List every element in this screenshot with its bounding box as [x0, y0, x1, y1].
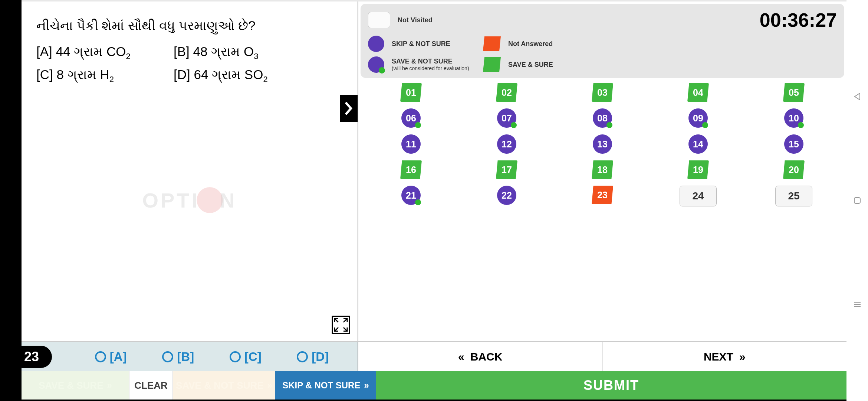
question-nav-01[interactable]: 01: [400, 83, 422, 102]
current-question-pill: 23: [22, 342, 66, 371]
next-label: NEXT: [704, 351, 733, 363]
question-grid: 0102030405060708091011121314151617181920…: [358, 78, 846, 212]
save-sure-button[interactable]: SAVE & SURE »: [22, 371, 129, 400]
answer-bar: 23 [A] [B] [C] [D] « BACK: [22, 342, 846, 371]
question-text: નીચેના પૈકી શેમાં સૌથી વધુ પરમાણુઓ છે?: [36, 13, 343, 38]
question-nav-12[interactable]: 12: [497, 134, 516, 154]
back-button[interactable]: « BACK: [358, 342, 602, 371]
status-dot-icon: [511, 122, 517, 128]
question-nav-16[interactable]: 16: [400, 160, 422, 179]
question-nav-13[interactable]: 13: [593, 134, 612, 154]
next-button[interactable]: NEXT »: [602, 342, 847, 371]
question-nav-20[interactable]: 20: [783, 160, 805, 179]
question-nav-07[interactable]: 07: [497, 108, 516, 128]
question-nav-04[interactable]: 04: [687, 83, 709, 102]
option-b-text: 48 ગ્રામ O: [193, 44, 254, 59]
question-nav-06[interactable]: 06: [401, 108, 421, 128]
not-answered-icon: [483, 36, 501, 51]
status-dot-icon: [606, 122, 612, 128]
system-home-icon[interactable]: [853, 196, 861, 205]
question-nav-24[interactable]: 24: [680, 186, 717, 206]
question-nav-15[interactable]: 15: [784, 134, 803, 154]
question-nav-18[interactable]: 18: [592, 160, 613, 179]
question-nav-03[interactable]: 03: [592, 83, 613, 102]
question-panel: નીચેના પૈકી શેમાં સૌથી વધુ પરમાણુઓ છે? […: [22, 1, 358, 341]
option-d-text: 64 ગ્રામ SO: [194, 67, 263, 82]
question-nav-02[interactable]: 02: [496, 83, 517, 102]
status-dot-icon: [798, 122, 804, 128]
chevron-double-left-icon: «: [458, 351, 464, 363]
option-c-label: [C]: [36, 67, 53, 82]
option-a-label: [A]: [36, 44, 52, 59]
answer-option-c[interactable]: [C]: [230, 350, 262, 364]
question-nav-10[interactable]: 10: [784, 108, 803, 128]
question-nav-21[interactable]: 21: [401, 186, 421, 205]
radio-icon: [162, 351, 173, 362]
watermark-left: OPTI: [142, 188, 200, 212]
option-c: [C] 8 ગ્રામ H2: [36, 67, 174, 84]
question-nav-23[interactable]: 23: [592, 186, 613, 204]
watermark-right: N: [220, 188, 237, 212]
fullscreen-button[interactable]: [332, 316, 350, 334]
fullscreen-icon: [332, 316, 350, 334]
answer-options: [A] [B] [C] [D]: [66, 342, 358, 371]
next-question-arrow[interactable]: [340, 95, 358, 122]
left-black-bar: [0, 0, 22, 401]
clear-btn-label: CLEAR: [134, 380, 168, 391]
save-not-sure-icon: [368, 56, 384, 73]
option-a-sub: 2: [126, 52, 130, 61]
chevron-double-right-icon: »: [267, 380, 272, 391]
answer-b-label: [B]: [177, 350, 194, 364]
save-sure-icon: [483, 57, 501, 72]
not-visited-icon: [368, 12, 390, 28]
answer-c-label: [C]: [244, 350, 262, 364]
question-nav-17[interactable]: 17: [496, 160, 517, 179]
option-b-label: [B]: [174, 44, 190, 59]
save-sure-label: SAVE & SURE: [508, 61, 553, 69]
chevron-double-right-icon: »: [107, 380, 112, 391]
skip-not-sure-icon: [368, 36, 384, 52]
question-nav-11[interactable]: 11: [401, 134, 421, 154]
question-nav-09[interactable]: 09: [688, 108, 708, 128]
answer-option-b[interactable]: [B]: [162, 350, 194, 364]
radio-icon: [230, 351, 241, 362]
system-nav: [846, 0, 868, 401]
question-nav-08[interactable]: 08: [593, 108, 612, 128]
question-nav-14[interactable]: 14: [688, 134, 708, 154]
answer-option-a[interactable]: [A]: [95, 350, 127, 364]
skip-not-sure-button[interactable]: SKIP & NOT SURE »: [275, 371, 376, 400]
question-nav-22[interactable]: 22: [497, 186, 516, 205]
option-c-text: 8 ગ્રામ H: [56, 67, 109, 82]
answer-option-d[interactable]: [D]: [297, 350, 329, 364]
answer-d-label: [D]: [312, 350, 329, 364]
option-a-text: 44 ગ્રામ CO: [56, 44, 126, 59]
answer-a-label: [A]: [110, 350, 127, 364]
option-b: [B] 48 ગ્રામ O3: [174, 44, 258, 61]
save-not-sure-button[interactable]: SAVE & NOT SURE »: [173, 371, 275, 400]
skip-not-sure-label: SKIP & NOT SURE: [392, 40, 450, 48]
submit-button[interactable]: SUBMIT: [376, 371, 846, 400]
status-dot-icon: [415, 122, 421, 128]
question-nav-19[interactable]: 19: [687, 160, 709, 179]
back-label: BACK: [470, 351, 503, 363]
option-d-label: [D]: [174, 67, 190, 82]
save-not-sure-label: SAVE & NOT SURE: [392, 58, 469, 65]
bottom-action-bar: SAVE & SURE » CLEAR SAVE & NOT SURE » SK…: [22, 371, 846, 400]
legend-box: Not Visited 00:36:27 SKIP & NOT SURE Not…: [361, 4, 844, 78]
chevron-right-icon: [343, 101, 354, 116]
save-sure-btn-label: SAVE & SURE: [39, 380, 103, 391]
bottom-border: [22, 400, 846, 401]
watermark: OPTI N: [142, 187, 237, 213]
system-back-icon[interactable]: [853, 92, 861, 101]
timer: 00:36:27: [483, 9, 837, 31]
system-menu-icon[interactable]: [853, 300, 861, 309]
watermark-icon: [197, 187, 223, 213]
option-d: [D] 64 ગ્રામ SO2: [174, 67, 268, 84]
current-question-number: 23: [11, 346, 52, 368]
clear-button[interactable]: CLEAR: [129, 371, 173, 400]
question-nav-05[interactable]: 05: [783, 83, 805, 102]
radio-icon: [95, 351, 106, 362]
question-nav-25[interactable]: 25: [775, 186, 812, 206]
submit-btn-label: SUBMIT: [583, 378, 639, 393]
svg-rect-1: [854, 198, 860, 203]
